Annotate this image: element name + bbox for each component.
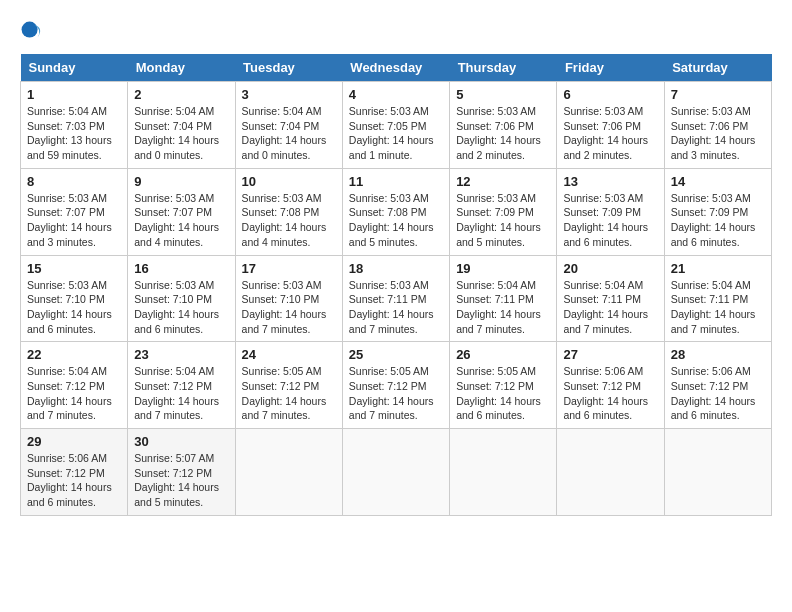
calendar-cell: 2Sunrise: 5:04 AMSunset: 7:04 PMDaylight… (128, 82, 235, 169)
day-number: 3 (242, 87, 336, 102)
day-number: 6 (563, 87, 657, 102)
day-number: 14 (671, 174, 765, 189)
day-number: 1 (27, 87, 121, 102)
day-info: Sunrise: 5:03 AMSunset: 7:05 PMDaylight:… (349, 104, 443, 163)
day-number: 23 (134, 347, 228, 362)
day-info: Sunrise: 5:04 AMSunset: 7:04 PMDaylight:… (134, 104, 228, 163)
logo-icon (20, 20, 44, 44)
day-number: 12 (456, 174, 550, 189)
calendar-cell: 9Sunrise: 5:03 AMSunset: 7:07 PMDaylight… (128, 168, 235, 255)
weekday-header-monday: Monday (128, 54, 235, 82)
calendar-cell (664, 429, 771, 516)
day-number: 7 (671, 87, 765, 102)
calendar-cell (450, 429, 557, 516)
day-number: 18 (349, 261, 443, 276)
calendar-cell (235, 429, 342, 516)
calendar-week-row-5: 29Sunrise: 5:06 AMSunset: 7:12 PMDayligh… (21, 429, 772, 516)
weekday-header-saturday: Saturday (664, 54, 771, 82)
calendar: SundayMondayTuesdayWednesdayThursdayFrid… (20, 54, 772, 516)
weekday-header-sunday: Sunday (21, 54, 128, 82)
calendar-cell: 10Sunrise: 5:03 AMSunset: 7:08 PMDayligh… (235, 168, 342, 255)
day-info: Sunrise: 5:03 AMSunset: 7:10 PMDaylight:… (134, 278, 228, 337)
day-info: Sunrise: 5:06 AMSunset: 7:12 PMDaylight:… (27, 451, 121, 510)
day-number: 22 (27, 347, 121, 362)
calendar-cell: 1Sunrise: 5:04 AMSunset: 7:03 PMDaylight… (21, 82, 128, 169)
calendar-cell: 24Sunrise: 5:05 AMSunset: 7:12 PMDayligh… (235, 342, 342, 429)
calendar-body: 1Sunrise: 5:04 AMSunset: 7:03 PMDaylight… (21, 82, 772, 516)
calendar-cell: 21Sunrise: 5:04 AMSunset: 7:11 PMDayligh… (664, 255, 771, 342)
day-info: Sunrise: 5:04 AMSunset: 7:04 PMDaylight:… (242, 104, 336, 163)
day-info: Sunrise: 5:03 AMSunset: 7:07 PMDaylight:… (134, 191, 228, 250)
day-number: 29 (27, 434, 121, 449)
day-number: 21 (671, 261, 765, 276)
calendar-cell: 30Sunrise: 5:07 AMSunset: 7:12 PMDayligh… (128, 429, 235, 516)
day-info: Sunrise: 5:03 AMSunset: 7:06 PMDaylight:… (456, 104, 550, 163)
day-number: 25 (349, 347, 443, 362)
day-number: 19 (456, 261, 550, 276)
day-info: Sunrise: 5:06 AMSunset: 7:12 PMDaylight:… (563, 364, 657, 423)
day-info: Sunrise: 5:05 AMSunset: 7:12 PMDaylight:… (349, 364, 443, 423)
calendar-cell: 15Sunrise: 5:03 AMSunset: 7:10 PMDayligh… (21, 255, 128, 342)
calendar-cell: 6Sunrise: 5:03 AMSunset: 7:06 PMDaylight… (557, 82, 664, 169)
calendar-cell: 12Sunrise: 5:03 AMSunset: 7:09 PMDayligh… (450, 168, 557, 255)
day-info: Sunrise: 5:03 AMSunset: 7:10 PMDaylight:… (27, 278, 121, 337)
day-number: 28 (671, 347, 765, 362)
day-info: Sunrise: 5:03 AMSunset: 7:06 PMDaylight:… (671, 104, 765, 163)
header (20, 20, 772, 44)
day-number: 13 (563, 174, 657, 189)
day-number: 11 (349, 174, 443, 189)
day-info: Sunrise: 5:04 AMSunset: 7:12 PMDaylight:… (134, 364, 228, 423)
calendar-cell: 3Sunrise: 5:04 AMSunset: 7:04 PMDaylight… (235, 82, 342, 169)
calendar-cell: 29Sunrise: 5:06 AMSunset: 7:12 PMDayligh… (21, 429, 128, 516)
day-info: Sunrise: 5:03 AMSunset: 7:08 PMDaylight:… (242, 191, 336, 250)
weekday-header-thursday: Thursday (450, 54, 557, 82)
day-info: Sunrise: 5:04 AMSunset: 7:03 PMDaylight:… (27, 104, 121, 163)
day-info: Sunrise: 5:07 AMSunset: 7:12 PMDaylight:… (134, 451, 228, 510)
calendar-cell: 13Sunrise: 5:03 AMSunset: 7:09 PMDayligh… (557, 168, 664, 255)
calendar-cell: 26Sunrise: 5:05 AMSunset: 7:12 PMDayligh… (450, 342, 557, 429)
day-info: Sunrise: 5:03 AMSunset: 7:09 PMDaylight:… (563, 191, 657, 250)
day-number: 10 (242, 174, 336, 189)
calendar-cell: 5Sunrise: 5:03 AMSunset: 7:06 PMDaylight… (450, 82, 557, 169)
calendar-cell: 23Sunrise: 5:04 AMSunset: 7:12 PMDayligh… (128, 342, 235, 429)
day-number: 27 (563, 347, 657, 362)
logo (20, 20, 48, 44)
day-number: 15 (27, 261, 121, 276)
day-number: 20 (563, 261, 657, 276)
day-number: 30 (134, 434, 228, 449)
weekday-header-friday: Friday (557, 54, 664, 82)
day-number: 5 (456, 87, 550, 102)
day-number: 24 (242, 347, 336, 362)
calendar-cell (557, 429, 664, 516)
day-number: 8 (27, 174, 121, 189)
day-info: Sunrise: 5:04 AMSunset: 7:11 PMDaylight:… (456, 278, 550, 337)
calendar-cell: 27Sunrise: 5:06 AMSunset: 7:12 PMDayligh… (557, 342, 664, 429)
calendar-week-row-2: 8Sunrise: 5:03 AMSunset: 7:07 PMDaylight… (21, 168, 772, 255)
calendar-cell: 25Sunrise: 5:05 AMSunset: 7:12 PMDayligh… (342, 342, 449, 429)
day-info: Sunrise: 5:05 AMSunset: 7:12 PMDaylight:… (242, 364, 336, 423)
day-info: Sunrise: 5:03 AMSunset: 7:08 PMDaylight:… (349, 191, 443, 250)
day-info: Sunrise: 5:03 AMSunset: 7:09 PMDaylight:… (456, 191, 550, 250)
calendar-cell: 19Sunrise: 5:04 AMSunset: 7:11 PMDayligh… (450, 255, 557, 342)
day-info: Sunrise: 5:05 AMSunset: 7:12 PMDaylight:… (456, 364, 550, 423)
day-info: Sunrise: 5:04 AMSunset: 7:12 PMDaylight:… (27, 364, 121, 423)
calendar-cell: 28Sunrise: 5:06 AMSunset: 7:12 PMDayligh… (664, 342, 771, 429)
day-info: Sunrise: 5:06 AMSunset: 7:12 PMDaylight:… (671, 364, 765, 423)
day-info: Sunrise: 5:04 AMSunset: 7:11 PMDaylight:… (671, 278, 765, 337)
svg-point-0 (22, 22, 38, 38)
calendar-cell: 11Sunrise: 5:03 AMSunset: 7:08 PMDayligh… (342, 168, 449, 255)
day-info: Sunrise: 5:03 AMSunset: 7:06 PMDaylight:… (563, 104, 657, 163)
day-number: 16 (134, 261, 228, 276)
day-info: Sunrise: 5:04 AMSunset: 7:11 PMDaylight:… (563, 278, 657, 337)
day-info: Sunrise: 5:03 AMSunset: 7:09 PMDaylight:… (671, 191, 765, 250)
day-info: Sunrise: 5:03 AMSunset: 7:11 PMDaylight:… (349, 278, 443, 337)
calendar-week-row-4: 22Sunrise: 5:04 AMSunset: 7:12 PMDayligh… (21, 342, 772, 429)
day-number: 26 (456, 347, 550, 362)
weekday-header-row: SundayMondayTuesdayWednesdayThursdayFrid… (21, 54, 772, 82)
day-info: Sunrise: 5:03 AMSunset: 7:07 PMDaylight:… (27, 191, 121, 250)
calendar-cell: 14Sunrise: 5:03 AMSunset: 7:09 PMDayligh… (664, 168, 771, 255)
calendar-cell (342, 429, 449, 516)
day-number: 9 (134, 174, 228, 189)
calendar-cell: 8Sunrise: 5:03 AMSunset: 7:07 PMDaylight… (21, 168, 128, 255)
weekday-header-wednesday: Wednesday (342, 54, 449, 82)
